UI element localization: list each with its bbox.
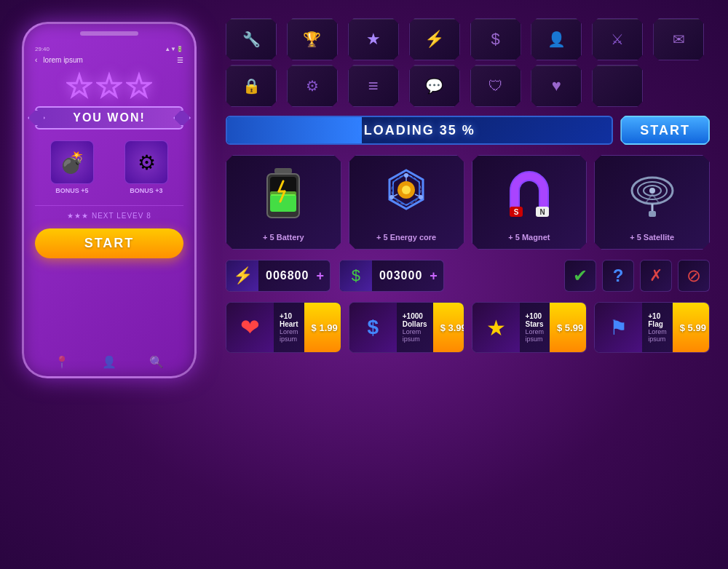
svg-text:S: S [514, 208, 519, 216]
main-content: 🔧 🏆 ★ ⚡ $ 👤 ⚔ ✉ 🔒 ⚙ ≡ 💬 🛡 ♥ LOADING 35 %… [226, 18, 710, 353]
question-button[interactable]: ? [602, 260, 634, 292]
dollar-counter-icon: $ [340, 260, 372, 292]
loading-section: LOADING 35 % START [226, 116, 710, 145]
swords-icon-btn[interactable]: ⚔ [592, 18, 643, 60]
ban-button[interactable]: ⊘ [678, 260, 710, 292]
satellite-card: + 5 Satellite [594, 155, 710, 250]
energy-core-card: + 5 Energy core [349, 155, 464, 250]
bonus-label-2: BONUS +3 [124, 187, 168, 194]
flag-shop-price[interactable]: $ 5.99 [673, 303, 710, 352]
profile-icon[interactable]: 👤 [102, 355, 116, 369]
svg-rect-0 [274, 168, 292, 174]
heart-shop-desc: Lorem ipsum [280, 328, 298, 343]
item-cards: + 5 Battery + 5 Energy cor [226, 155, 710, 250]
dollar-shop-price[interactable]: $ 3.99 [433, 303, 464, 352]
heart-icon-btn[interactable]: ♥ [531, 65, 582, 107]
phone-back-icon[interactable]: ‹ [35, 56, 37, 64]
trophy-icon-btn[interactable]: 🏆 [287, 18, 338, 60]
loading-text: LOADING 35 % [364, 123, 475, 138]
battery-card: + 5 Battery [226, 155, 341, 250]
bolt-icon-btn[interactable]: ⚡ [409, 18, 460, 60]
dollar-shop-icon: $ [349, 302, 397, 353]
search-icon[interactable]: 🔍 [149, 355, 164, 369]
bonus-icon-1: 💣 [50, 140, 94, 184]
star-shop-desc: Lorem ipsum [526, 328, 545, 343]
flag-shop-info: +10 Flag Lorem ipsum [642, 309, 673, 346]
svg-point-11 [402, 186, 411, 194]
svg-rect-28 [649, 211, 656, 217]
dollar-counter-box: $ 003000 + [339, 260, 444, 292]
dollar-counter-plus[interactable]: + [430, 268, 443, 284]
star-shop-title: +100 Stars [526, 312, 545, 328]
phone-notch [80, 31, 138, 36]
dollar-shop-title: +1000 Dollars [403, 312, 427, 328]
energy-core-icon [357, 163, 456, 228]
dollar-counter-value: 003000 [372, 269, 430, 282]
gear-icon-btn[interactable]: ⚙ [287, 65, 338, 107]
phone-menu-icon[interactable]: ☰ [177, 56, 183, 64]
main-start-button[interactable]: START [620, 116, 710, 145]
lightning-counter-icon: ⚡ [226, 260, 258, 292]
dollar-shop-item[interactable]: $ +1000 Dollars Lorem ipsum $ 3.99 [349, 302, 464, 353]
star-2: ★ [96, 71, 122, 100]
phone-mockup: 29:40 ▲▼🔋 ‹ lorem ipsum ☰ ★ ★ ★ YOU WON!… [22, 22, 204, 386]
phone-divider [35, 205, 183, 206]
phone-status-right: ▲▼🔋 [165, 46, 183, 52]
lock-icon-btn[interactable]: 🔒 [226, 65, 277, 107]
menu-icon-btn[interactable]: ≡ [348, 65, 399, 107]
star-icon-btn[interactable]: ★ [348, 18, 399, 60]
close-button[interactable]: ✗ [640, 260, 672, 292]
icon-grid: 🔧 🏆 ★ ⚡ $ 👤 ⚔ ✉ 🔒 ⚙ ≡ 💬 🛡 ♥ [226, 18, 710, 107]
energy-core-label: + 5 Energy core [357, 233, 456, 242]
heart-shop-icon: ❤ [226, 302, 274, 353]
action-icons-row: ✔ ? ✗ ⊘ [564, 260, 710, 292]
shield-icon-btn[interactable]: 🛡 [470, 65, 521, 107]
star-shop-price[interactable]: $ 5.99 [550, 303, 587, 352]
next-level: ★★★ NEXT LEVEV 8 [35, 212, 183, 220]
magnet-label: + 5 Magnet [480, 233, 579, 242]
heart-shop-title: +10 Heart [280, 312, 298, 328]
heart-shop-item[interactable]: ❤ +10 Heart Lorem ipsum $ 1.99 [226, 302, 341, 353]
bonus-item-1: 💣 BONUS +5 [50, 140, 94, 194]
bonus-label-1: BONUS +5 [50, 187, 94, 194]
bonus-item-2: ⚙ BONUS +3 [124, 140, 168, 194]
stars-row: ★ ★ ★ [35, 71, 183, 100]
dollar-icon-btn[interactable]: $ [470, 18, 521, 60]
phone-start-button[interactable]: START [35, 228, 183, 258]
chat-icon-btn[interactable]: 💬 [409, 65, 460, 107]
wrench-icon-btn[interactable]: 🔧 [226, 18, 277, 60]
heart-shop-price[interactable]: $ 1.99 [304, 303, 341, 352]
star-1: ★ [66, 71, 92, 100]
check-button[interactable]: ✔ [564, 260, 596, 292]
flag-shop-item[interactable]: ⚑ +10 Flag Lorem ipsum $ 5.99 [594, 302, 710, 353]
shop-row: ❤ +10 Heart Lorem ipsum $ 1.99 $ +1000 D… [226, 302, 710, 353]
svg-point-26 [649, 188, 655, 194]
magnet-icon: S N [480, 163, 579, 228]
lightning-counter-plus[interactable]: + [316, 268, 330, 284]
phone-bottom-bar: 📍 👤 🔍 [24, 355, 194, 369]
placeholder-icon-btn [592, 65, 643, 107]
dollar-shop-desc: Lorem ipsum [403, 328, 427, 343]
star-shop-info: +100 Stars Lorem ipsum [520, 309, 550, 346]
phone-body: 29:40 ▲▼🔋 ‹ lorem ipsum ☰ ★ ★ ★ YOU WON!… [22, 22, 197, 378]
flag-shop-title: +10 Flag [648, 312, 667, 328]
mail-icon-btn[interactable]: ✉ [653, 18, 704, 60]
star-shop-icon: ★ [472, 302, 520, 353]
you-won-banner: YOU WON! [35, 106, 183, 130]
loading-bar-container: LOADING 35 % [226, 116, 613, 145]
lightning-counter-box: ⚡ 006800 + [226, 260, 331, 292]
flag-shop-desc: Lorem ipsum [648, 328, 667, 343]
satellite-icon [602, 163, 702, 228]
user-icon-btn[interactable]: 👤 [531, 18, 582, 60]
battery-label: + 5 Battery [234, 233, 333, 242]
phone-status-left: 29:40 [35, 46, 50, 52]
star-shop-item[interactable]: ★ +100 Stars Lorem ipsum $ 5.99 [472, 302, 587, 353]
magnet-card: S N + 5 Magnet [472, 155, 587, 250]
location-icon[interactable]: 📍 [55, 355, 69, 369]
bonus-row: 💣 BONUS +5 ⚙ BONUS +3 [35, 140, 183, 194]
bonus-icon-2: ⚙ [124, 140, 168, 184]
phone-status-bar: 29:40 ▲▼🔋 [35, 46, 183, 52]
heart-shop-info: +10 Heart Lorem ipsum [274, 309, 304, 346]
star-3: ★ [126, 71, 152, 100]
dollar-shop-info: +1000 Dollars Lorem ipsum [397, 309, 433, 346]
